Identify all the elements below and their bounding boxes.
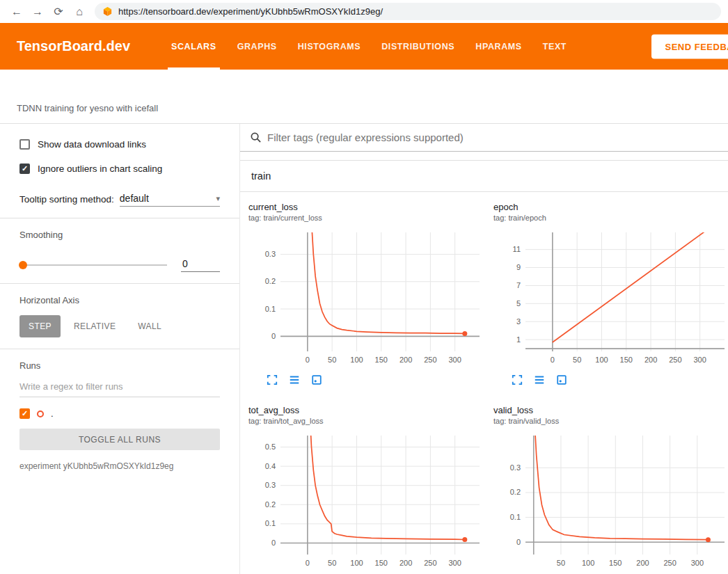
url-text: https://tensorboard.dev/experiment/yKUbh… (118, 6, 383, 17)
chart-title: tot_avg_loss (248, 405, 485, 415)
run-list-item[interactable]: ✓ . (19, 408, 220, 419)
tooltip-sorting-value: default (120, 193, 149, 204)
svg-text:150: 150 (375, 356, 388, 364)
tab-graphs[interactable]: GRAPHS (227, 23, 287, 70)
send-feedback-button[interactable]: SEND FEEDBACK (651, 34, 728, 58)
tab-text[interactable]: TEXT (532, 23, 577, 70)
svg-text:150: 150 (375, 559, 388, 567)
show-download-links-label: Show data download links (38, 139, 146, 150)
svg-text:300: 300 (691, 559, 704, 567)
expand-chart-icon[interactable] (512, 374, 523, 385)
scalar-chart-card: current_losstag: train/current_loss05010… (248, 202, 485, 385)
tab-scalars[interactable]: SCALARS (161, 23, 227, 70)
axis-wall-button[interactable]: WALL (129, 315, 171, 337)
experiment-caption: experiment yKUbhb5wRmOSXYkId1z9eg (19, 461, 220, 471)
ignore-outliers-label: Ignore outliers in chart scaling (38, 164, 162, 174)
expanded-view-icon[interactable] (534, 374, 545, 385)
tag-filter-input[interactable] (267, 131, 718, 143)
scalar-chart-card: valid_losstag: train/valid_loss501001502… (493, 405, 728, 574)
svg-text:0.2: 0.2 (510, 488, 521, 496)
svg-text:50: 50 (557, 559, 565, 567)
checkbox-unchecked-icon[interactable] (19, 139, 30, 150)
tag-group-header[interactable]: train (240, 161, 728, 192)
scalar-chart-card: tot_avg_losstag: train/tot_avg_loss05010… (248, 405, 485, 574)
scalar-chart-card: epochtag: train/epoch0501001502002503001… (493, 202, 728, 385)
svg-text:0.2: 0.2 (265, 277, 276, 285)
svg-text:0.3: 0.3 (265, 250, 276, 258)
tab-histograms[interactable]: HISTOGRAMS (287, 23, 372, 70)
reload-icon[interactable]: ⟳ (49, 2, 68, 22)
address-bar[interactable]: https://tensorboard.dev/experiment/yKUbh… (95, 3, 721, 20)
sidebar-divider (0, 283, 239, 284)
svg-text:0.1: 0.1 (265, 519, 276, 527)
run-checkbox-icon[interactable]: ✓ (19, 408, 30, 419)
svg-text:250: 250 (669, 356, 681, 364)
toggle-all-runs-button[interactable]: TOGGLE ALL RUNS (19, 429, 220, 450)
horizontal-axis-label: Horizontal Axis (19, 295, 220, 305)
tags-scroll-area[interactable]: train current_losstag: train/current_los… (240, 152, 728, 574)
svg-text:1: 1 (516, 335, 521, 344)
main-panel: train current_losstag: train/current_los… (240, 124, 728, 574)
tooltip-sorting-dropdown[interactable]: default ▾ (120, 193, 220, 207)
svg-text:250: 250 (424, 356, 436, 364)
forward-icon[interactable]: → (28, 2, 47, 22)
fit-domain-icon[interactable] (556, 374, 567, 385)
svg-text:300: 300 (449, 559, 461, 567)
svg-text:0: 0 (306, 356, 310, 364)
tooltip-sorting-label: Tooltip sorting method: (19, 194, 114, 207)
svg-text:250: 250 (424, 559, 436, 567)
line-chart-plot[interactable]: 05010015020025030000.10.20.3 (248, 228, 485, 367)
svg-text:0.3: 0.3 (510, 463, 521, 472)
svg-text:100: 100 (595, 356, 608, 364)
svg-text:200: 200 (399, 559, 412, 567)
tab-distributions[interactable]: DISTRIBUTIONS (371, 23, 465, 70)
svg-text:250: 250 (663, 559, 676, 567)
show-download-links-toggle[interactable]: Show data download links (19, 135, 220, 153)
line-chart-plot[interactable]: 5010015020025030000.10.20.3 (493, 431, 728, 571)
svg-text:0.4: 0.4 (265, 462, 276, 470)
smoothing-slider[interactable] (19, 264, 167, 266)
fit-domain-icon[interactable] (311, 374, 322, 385)
slider-knob[interactable] (19, 261, 27, 269)
run-color-swatch-icon (37, 410, 44, 417)
tab-hparams[interactable]: HPARAMS (465, 23, 532, 70)
svg-text:200: 200 (636, 559, 649, 567)
svg-text:200: 200 (644, 356, 657, 364)
chevron-down-icon: ▾ (216, 194, 220, 203)
svg-text:150: 150 (609, 559, 622, 567)
svg-text:100: 100 (350, 356, 363, 364)
line-chart-plot[interactable]: 0501001502002503001357911 (493, 228, 728, 367)
svg-text:0: 0 (271, 332, 276, 340)
svg-text:0.2: 0.2 (265, 500, 276, 509)
back-icon[interactable]: ← (7, 2, 26, 22)
svg-text:50: 50 (328, 356, 336, 364)
app-logo: TensorBoard.dev (17, 38, 130, 54)
search-icon (250, 131, 262, 143)
sidebar-divider (0, 349, 239, 349)
svg-text:0.1: 0.1 (510, 513, 521, 521)
chart-tag: tag: train/valid_loss (493, 417, 728, 425)
svg-text:11: 11 (513, 245, 521, 253)
chart-actions (512, 374, 728, 385)
runs-filter-input[interactable] (19, 376, 220, 397)
expanded-view-icon[interactable] (289, 374, 300, 385)
checkbox-checked-icon[interactable]: ✓ (19, 164, 30, 174)
smoothing-value-input[interactable]: 0 (181, 258, 220, 272)
line-chart-plot[interactable]: 05010015020025030000.10.20.30.40.5 (248, 431, 485, 571)
svg-text:9: 9 (516, 263, 521, 271)
nav-tabs: SCALARS GRAPHS HISTOGRAMS DISTRIBUTIONS … (161, 23, 577, 70)
svg-text:0: 0 (271, 539, 276, 547)
expand-chart-icon[interactable] (267, 374, 278, 385)
chart-tag: tag: train/tot_avg_loss (248, 417, 485, 425)
smoothing-label: Smoothing (19, 230, 220, 240)
axis-step-button[interactable]: STEP (19, 315, 61, 337)
svg-text:3: 3 (516, 317, 521, 326)
browser-toolbar: ← → ⟳ ⌂ https://tensorboard.dev/experime… (0, 0, 728, 23)
site-favicon (102, 6, 113, 17)
experiment-title: TDNN training for yesno with icefall (17, 103, 158, 113)
ignore-outliers-toggle[interactable]: ✓ Ignore outliers in chart scaling (19, 159, 220, 177)
axis-relative-button[interactable]: RELATIVE (65, 315, 125, 337)
tensorboard-header: TensorBoard.dev SCALARS GRAPHS HISTOGRAM… (0, 23, 728, 70)
home-icon[interactable]: ⌂ (70, 2, 89, 22)
svg-text:50: 50 (573, 356, 581, 364)
